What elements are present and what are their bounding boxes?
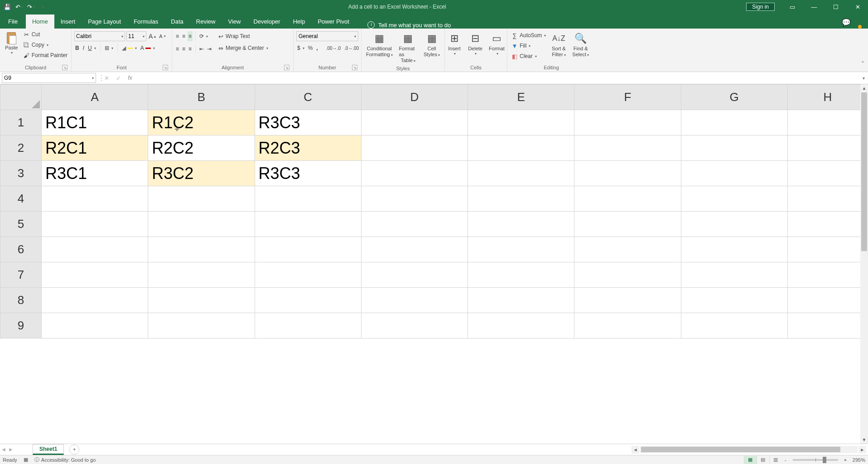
collapse-ribbon-button[interactable]: ˄ xyxy=(861,60,864,68)
cell-B1[interactable]: R1C2 xyxy=(148,110,255,135)
column-header-G[interactable]: G xyxy=(681,85,787,110)
orientation-button[interactable]: ⟳▾ xyxy=(198,31,209,41)
cell-A2[interactable]: R2C1 xyxy=(42,135,148,161)
cell-H7[interactable] xyxy=(787,262,868,288)
increase-decimal-button[interactable]: .00→.0 xyxy=(325,43,342,53)
insert-function-button[interactable]: fx xyxy=(124,72,136,83)
ribbon-display-options-icon[interactable]: ▭ xyxy=(782,0,803,13)
share-button[interactable]: 💬 xyxy=(836,16,856,29)
sheet-nav-next[interactable]: ► xyxy=(7,446,14,453)
worksheet-grid[interactable]: ABCDEFGH 1R1C1R1C2R3C32R2C1R2C2R2C33R3C1… xyxy=(0,84,868,338)
row-header-2[interactable]: 2 xyxy=(0,135,42,161)
number-dialog-launcher[interactable]: ↘ xyxy=(352,65,357,70)
column-header-A[interactable]: A xyxy=(42,85,148,110)
cell-D7[interactable] xyxy=(361,262,468,288)
row-header-6[interactable]: 6 xyxy=(0,237,42,262)
vertical-scroll-thumb[interactable] xyxy=(861,92,867,251)
cell-C1[interactable]: R3C3 xyxy=(255,110,361,135)
vertical-scrollbar[interactable]: ▲ ▼ xyxy=(860,84,868,444)
sign-in-button[interactable]: Sign in xyxy=(746,3,775,11)
cell-F9[interactable] xyxy=(574,313,681,338)
sort-filter-button[interactable]: A↓ZSort &Filter▾ xyxy=(550,30,568,58)
cell-F7[interactable] xyxy=(574,262,681,288)
conditional-formatting-button[interactable]: ▦ConditionalFormatting▾ xyxy=(364,30,395,58)
minimize-button[interactable]: — xyxy=(804,0,825,13)
cell-G1[interactable] xyxy=(681,110,787,135)
cell-F4[interactable] xyxy=(574,186,681,212)
cell-A3[interactable]: R3C1 xyxy=(42,161,148,186)
zoom-level[interactable]: 295% xyxy=(853,457,865,463)
font-name-select[interactable]: Calibri▾ xyxy=(74,31,125,41)
delete-cells-button[interactable]: ⊟Delete▾ xyxy=(466,30,484,57)
cell-D1[interactable] xyxy=(361,110,468,135)
column-header-F[interactable]: F xyxy=(574,85,681,110)
accounting-format-button[interactable]: $▾ xyxy=(296,43,305,53)
scroll-up-button[interactable]: ▲ xyxy=(860,84,868,92)
cell-D6[interactable] xyxy=(361,237,468,262)
font-dialog-launcher[interactable]: ↘ xyxy=(163,65,168,70)
tab-power-pivot[interactable]: Power Pivot xyxy=(311,14,355,29)
tab-help[interactable]: Help xyxy=(287,14,312,29)
cell-G3[interactable] xyxy=(681,161,787,186)
cell-H5[interactable] xyxy=(787,212,868,237)
cell-C2[interactable]: R2C3 xyxy=(255,135,361,161)
cell-A5[interactable] xyxy=(42,212,148,237)
increase-indent-button[interactable]: ⇥ xyxy=(206,44,212,54)
zoom-out-button[interactable]: - xyxy=(782,457,789,463)
row-header-3[interactable]: 3 xyxy=(0,161,42,186)
cell-E3[interactable] xyxy=(468,161,574,186)
align-right-button[interactable]: ≡ xyxy=(188,44,193,54)
cell-D4[interactable] xyxy=(361,186,468,212)
page-break-view-button[interactable]: ▥ xyxy=(769,456,782,464)
row-header-5[interactable]: 5 xyxy=(0,212,42,237)
italic-button[interactable]: I xyxy=(82,43,85,53)
cell-B6[interactable] xyxy=(148,237,255,262)
cell-G6[interactable] xyxy=(681,237,787,262)
number-format-select[interactable]: General▾ xyxy=(296,31,358,41)
cell-D2[interactable] xyxy=(361,135,468,161)
cancel-formula-button[interactable]: ✕ xyxy=(101,72,112,83)
format-as-table-button[interactable]: ▦Format asTable▾ xyxy=(397,30,419,65)
comma-format-button[interactable]: , xyxy=(315,43,318,53)
cell-E4[interactable] xyxy=(468,186,574,212)
align-left-button[interactable]: ≡ xyxy=(175,44,180,54)
cell-H2[interactable] xyxy=(787,135,868,161)
column-header-B[interactable]: B xyxy=(148,85,255,110)
column-header-E[interactable]: E xyxy=(468,85,574,110)
cell-G4[interactable] xyxy=(681,186,787,212)
cell-B8[interactable] xyxy=(148,288,255,313)
cell-A6[interactable] xyxy=(42,237,148,262)
new-sheet-button[interactable]: + xyxy=(69,445,79,454)
sheet-tab-sheet1[interactable]: Sheet1 xyxy=(33,444,64,455)
cell-G7[interactable] xyxy=(681,262,787,288)
cell-A1[interactable]: R1C1 xyxy=(42,110,148,135)
tab-view[interactable]: View xyxy=(222,14,247,29)
decrease-indent-button[interactable]: ⇤ xyxy=(198,44,205,54)
tab-data[interactable]: Data xyxy=(164,14,189,29)
borders-button[interactable]: ⊞▾ xyxy=(104,43,114,53)
decrease-font-button[interactable]: A▾ xyxy=(158,31,166,41)
format-cells-button[interactable]: ▭Format▾ xyxy=(487,30,506,57)
cell-F3[interactable] xyxy=(574,161,681,186)
sheet-nav-prev[interactable]: ◄ xyxy=(0,446,7,453)
macro-record-icon[interactable]: ▦ xyxy=(24,457,28,463)
notification-dot-icon[interactable] xyxy=(858,25,862,29)
clear-button[interactable]: ◧Clear▾ xyxy=(510,51,547,61)
cell-F8[interactable] xyxy=(574,288,681,313)
column-header-H[interactable]: H xyxy=(787,85,868,110)
cell-E1[interactable] xyxy=(468,110,574,135)
row-header-4[interactable]: 4 xyxy=(0,186,42,212)
qat-customize-icon[interactable]: ▾ xyxy=(37,1,48,12)
horizontal-scroll-thumb[interactable] xyxy=(641,447,840,452)
increase-font-button[interactable]: A▴ xyxy=(148,31,157,41)
insert-cells-button[interactable]: ⊞Insert▾ xyxy=(445,30,463,57)
font-size-select[interactable]: 11▾ xyxy=(126,31,146,41)
bold-button[interactable]: B xyxy=(74,43,80,53)
formula-input[interactable] xyxy=(136,73,859,83)
cell-B4[interactable] xyxy=(148,186,255,212)
cell-H9[interactable] xyxy=(787,313,868,338)
tab-file[interactable]: File xyxy=(0,14,26,29)
cell-D9[interactable] xyxy=(361,313,468,338)
font-color-button[interactable]: A▾ xyxy=(140,43,156,53)
cell-C5[interactable] xyxy=(255,212,361,237)
